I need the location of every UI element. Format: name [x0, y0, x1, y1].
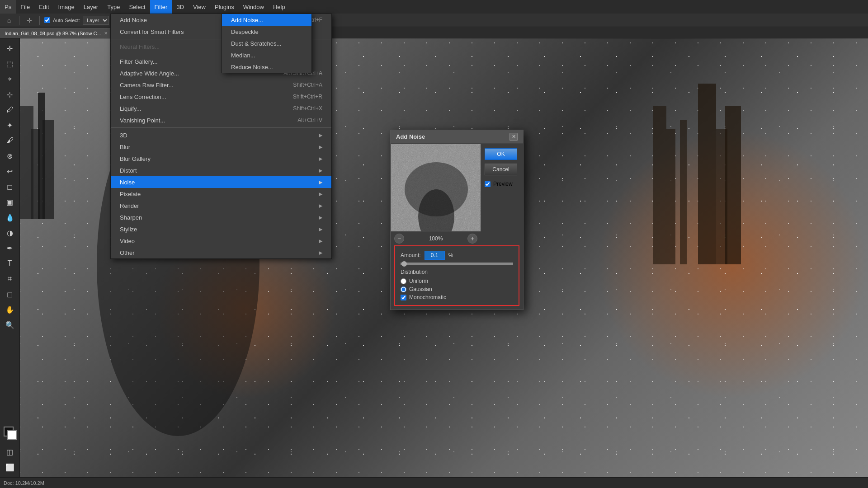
path-select-tool[interactable]: ⌗	[3, 272, 17, 286]
gaussian-radio[interactable]	[401, 286, 406, 292]
noise-add-noise-label: Add Noise...	[231, 17, 263, 23]
filter-gallery-label: Filter Gallery...	[120, 58, 158, 65]
select-tool[interactable]: ⬚	[3, 56, 17, 71]
shape-tool[interactable]: ◻	[3, 287, 17, 301]
zoom-out-button[interactable]: −	[394, 234, 404, 244]
noise-settings-panel: Amount: % Distribution Uniform Gaussian …	[394, 245, 519, 306]
autoselect-label: Auto-Select:	[53, 18, 80, 23]
amount-slider-thumb[interactable]	[401, 261, 407, 267]
svg-rect-6	[666, 129, 675, 264]
move-icon[interactable]: ✛	[24, 15, 35, 26]
filter-add-noise-label: Add Noise	[120, 17, 147, 23]
screen-mode-tool[interactable]: ⬜	[3, 460, 17, 474]
hand-tool[interactable]: ✋	[3, 302, 17, 317]
filter-pixelate[interactable]: Pixelate ▶	[111, 188, 331, 200]
noise-reduce-noise-label: Reduce Noise...	[231, 64, 273, 70]
filter-vanishing-shortcut: Alt+Ctrl+V	[297, 117, 322, 123]
blur-tool[interactable]: 💧	[3, 210, 17, 225]
amount-slider[interactable]	[401, 263, 513, 265]
svg-rect-8	[698, 84, 716, 264]
filter-blur[interactable]: Blur ▶	[111, 141, 331, 153]
filter-lens-correction[interactable]: Lens Correction... Shift+Ctrl+R	[111, 91, 331, 103]
preview-checkbox[interactable]	[485, 181, 491, 187]
left-toolbar: ✛ ⬚ ⌖ ⊹ 🖊 ✦ 🖌 ⊗ ↩ ◻ ▣ 💧 ◑ ✒ T ⌗ ◻ ✋ 🔍 ◫ …	[0, 38, 20, 477]
noise-reduce-noise[interactable]: Reduce Noise...	[222, 61, 311, 73]
filter-stylize[interactable]: Stylize ▶	[111, 223, 331, 235]
gradient-tool[interactable]: ▣	[3, 195, 17, 209]
plugins-menu[interactable]: Plugins	[210, 0, 239, 14]
filter-distort-arrow: ▶	[319, 168, 322, 174]
filter-adaptive-label: Adaptive Wide Angle...	[120, 70, 179, 77]
noise-median[interactable]: Median...	[222, 49, 311, 61]
lasso-tool[interactable]: ⌖	[3, 72, 17, 86]
filter-blur-gallery[interactable]: Blur Gallery ▶	[111, 153, 331, 164]
document-tab[interactable]: Indian_Girl_08_08.psd @ 89.7% (Snow C...…	[0, 28, 113, 38]
autoselect-checkbox[interactable]	[44, 17, 50, 23]
uniform-radio[interactable]	[401, 278, 406, 284]
zoom-in-button[interactable]: +	[467, 234, 477, 244]
menu-bar: Ps File Edit Image Layer Type Select Fil…	[0, 0, 868, 14]
select-menu[interactable]: Select	[124, 0, 150, 14]
filter-liquify[interactable]: Liquify... Shift+Ctrl+X	[111, 103, 331, 114]
filter-sep-3	[111, 127, 331, 128]
window-menu[interactable]: Window	[239, 0, 269, 14]
view-menu[interactable]: View	[189, 0, 210, 14]
dodge-tool[interactable]: ◑	[3, 225, 17, 240]
svg-rect-5	[653, 106, 666, 264]
filter-distort[interactable]: Distort ▶	[111, 164, 331, 176]
eraser-tool[interactable]: ◻	[3, 179, 17, 194]
monochromatic-label: Monochromatic	[409, 294, 446, 300]
ps-menu[interactable]: Ps	[0, 0, 16, 14]
filter-render[interactable]: Render ▶	[111, 200, 331, 211]
noise-dust-scratches[interactable]: Dust & Scratches...	[222, 38, 311, 49]
clone-tool[interactable]: ⊗	[3, 149, 17, 163]
filter-vanishing-point[interactable]: Vanishing Point... Alt+Ctrl+V	[111, 114, 331, 126]
help-menu[interactable]: Help	[269, 0, 290, 14]
3d-menu[interactable]: 3D	[172, 0, 189, 14]
color-picker[interactable]	[3, 426, 17, 440]
filter-other[interactable]: Other ▶	[111, 247, 331, 258]
move-tool[interactable]: ✛	[3, 41, 17, 56]
image-menu[interactable]: Image	[54, 0, 79, 14]
autoselect-dropdown[interactable]: Layer	[83, 16, 109, 25]
eyedropper-tool[interactable]: 🖊	[3, 103, 17, 117]
dialog-close-button[interactable]: ✕	[509, 133, 518, 141]
spot-heal-tool[interactable]: ✦	[3, 118, 17, 132]
crop-tool[interactable]: ⊹	[3, 87, 17, 102]
cancel-button[interactable]: Cancel	[485, 164, 517, 175]
noise-despeckle[interactable]: Despeckle	[222, 26, 311, 38]
filter-noise[interactable]: Noise ▶	[111, 176, 331, 188]
dialog-body: − 100% + OK Cancel Preview	[391, 144, 523, 245]
text-tool[interactable]: T	[3, 256, 17, 271]
quick-mask-tool[interactable]: ◫	[3, 445, 17, 459]
noise-add-noise[interactable]: Add Noise...	[222, 14, 311, 26]
home-icon[interactable]: ⌂	[4, 15, 14, 26]
filter-blur-gallery-label: Blur Gallery	[120, 155, 151, 162]
history-brush-tool[interactable]: ↩	[3, 164, 17, 178]
zoom-level: 100%	[408, 235, 464, 242]
filter-video-label: Video	[120, 238, 135, 244]
filter-blur-gallery-arrow: ▶	[319, 156, 322, 162]
ok-button[interactable]: OK	[485, 148, 517, 160]
amount-input[interactable]	[425, 251, 445, 260]
edit-menu[interactable]: Edit	[34, 0, 53, 14]
filter-pixelate-arrow: ▶	[319, 191, 322, 197]
svg-rect-7	[680, 120, 687, 264]
dialog-preview-image[interactable]	[391, 144, 481, 232]
layer-menu[interactable]: Layer	[79, 0, 103, 14]
filter-other-label: Other	[120, 249, 135, 256]
monochromatic-checkbox[interactable]	[401, 295, 406, 300]
type-menu[interactable]: Type	[103, 0, 124, 14]
pen-tool[interactable]: ✒	[3, 241, 17, 255]
filter-3d[interactable]: 3D ▶	[111, 129, 331, 141]
file-menu[interactable]: File	[16, 0, 34, 14]
zoom-tool[interactable]: 🔍	[3, 318, 17, 332]
filter-video[interactable]: Video ▶	[111, 235, 331, 247]
filter-camera-raw[interactable]: Camera Raw Filter... Shift+Ctrl+A	[111, 79, 331, 91]
tab-close-button[interactable]: ✕	[104, 31, 108, 36]
filter-3d-label: 3D	[120, 132, 127, 139]
brush-tool[interactable]: 🖌	[3, 133, 17, 148]
filter-sharpen[interactable]: Sharpen ▶	[111, 211, 331, 223]
filter-pixelate-label: Pixelate	[120, 191, 141, 197]
filter-menu[interactable]: Filter	[150, 0, 172, 14]
